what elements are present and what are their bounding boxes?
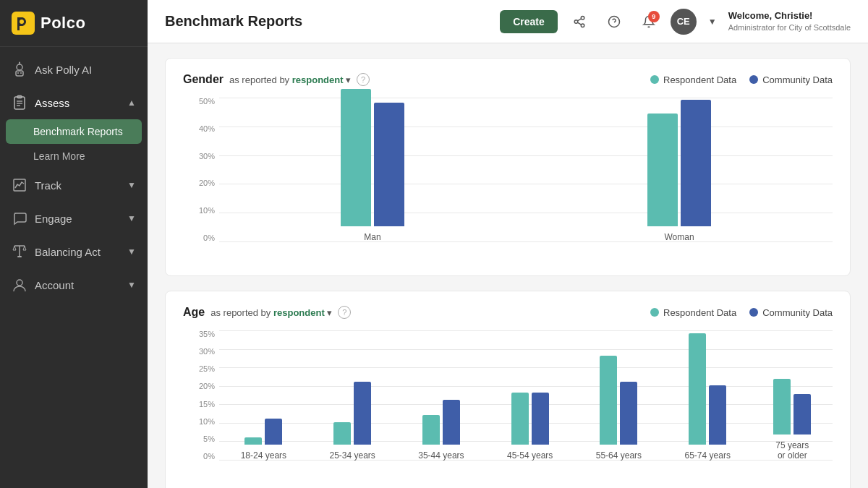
age-65-74-label: 65-74 years [685,450,731,461]
svg-point-2 [17,64,22,70]
account-chevron-icon: ▼ [127,280,136,290]
y-label-10: 10% [183,207,215,215]
sidebar-item-benchmark-reports[interactable]: Benchmark Reports [6,119,142,144]
age-18-24-label: 18-24 years [241,450,286,461]
content-area: Gender as reported by respondent ▾ ? Res… [148,43,868,488]
logo-text: Polco [41,14,85,33]
logo[interactable]: Polco [0,0,148,47]
svg-point-18 [581,16,584,20]
gender-legend: Respondent Data Community Data [650,74,833,85]
age-bar-75-plus: 75 yearsor older [773,379,811,461]
gender-filter-link[interactable]: respondent [292,74,344,85]
sidebar-item-ask-polly-ai[interactable]: Ask Polly AI [0,53,148,86]
gender-y-axis: 0% 10% 20% 30% 40% 50% [183,98,215,242]
age-45-54-label: 45-54 years [507,450,553,461]
y-label-30: 30% [183,153,215,160]
age-bar-45-54-row [511,393,549,445]
age-bar-25-34-row [333,382,371,445]
y-label-50: 50% [183,98,215,106]
age-chart-title: Age [183,306,205,319]
y-label-40: 40% [183,125,215,133]
user-welcome: Welcome, Christie! [728,10,851,22]
age-25-34-community-bar [354,382,371,445]
sidebar-item-track[interactable]: Track ▼ [0,168,148,202]
header: Benchmark Reports Create 9 CE ▼ Welcome,… [148,0,868,43]
man-respondent-bar [341,89,371,226]
respondent-legend-item: Respondent Data [650,74,736,85]
age-y-5: 5% [183,435,215,443]
age-bar-45-54: 45-54 years [507,393,553,461]
sidebar-item-engage-label: Engage [35,213,72,225]
age-y-10: 10% [183,418,215,426]
respondent-legend-label: Respondent Data [663,74,736,85]
age-bar-25-34: 25-34 years [329,382,375,461]
user-dropdown-button[interactable]: ▼ [705,17,720,27]
create-button[interactable]: Create [500,10,558,33]
main-content: Benchmark Reports Create 9 CE ▼ Welcome,… [148,0,868,488]
sidebar-item-account-label: Account [35,279,74,291]
age-community-legend-item: Community Data [749,307,833,318]
user-avatar[interactable]: CE [671,9,697,35]
gender-chart-area: 0% 10% 20% 30% 40% 50% [183,98,833,264]
woman-respondent-bar [647,114,678,226]
share-icon [573,15,586,28]
age-chart-header: Age as reported by respondent ▾ ? Respon… [183,306,833,319]
age-y-15: 15% [183,401,215,408]
age-y-30: 30% [183,348,215,356]
help-button[interactable] [601,9,627,35]
gender-chart-subtitle: as reported by respondent ▾ [229,74,351,85]
age-bars-container: 18-24 years 25-34 years [219,330,833,461]
svg-point-7 [19,62,20,64]
age-18-24-community-bar [265,419,282,445]
sidebar-item-assess[interactable]: Assess ▲ [0,86,148,119]
gender-bars-container: Man Woman [219,98,833,242]
polco-logo-icon [12,12,35,35]
gender-chart-header: Gender as reported by respondent ▾ ? Res… [183,73,833,86]
age-bar-35-44-row [422,400,460,445]
svg-point-5 [20,72,22,74]
age-bar-18-24: 18-24 years [241,419,286,461]
woman-label: Woman [664,232,694,242]
user-role: Administrator for City of Scottsdale [728,22,851,33]
age-y-35: 35% [183,330,215,338]
notifications-button[interactable]: 9 [636,9,662,35]
age-bar-55-64-row [600,356,637,445]
sidebar-item-track-label: Track [35,179,61,192]
help-icon [608,15,621,28]
svg-point-20 [581,24,584,27]
age-respondent-legend-dot [650,308,659,317]
age-55-64-label: 55-64 years [596,450,642,461]
svg-rect-16 [17,256,22,257]
age-bar-65-74-row [689,333,726,445]
age-75-plus-label: 75 yearsor older [775,440,809,461]
sidebar-item-engage[interactable]: Engage ▼ [0,202,148,235]
age-chart-title-row: Age as reported by respondent ▾ ? [183,306,351,319]
notification-badge: 9 [648,11,660,22]
user-info: Welcome, Christie! Administrator for Cit… [728,10,851,33]
svg-line-21 [577,22,581,25]
age-bar-55-64: 55-64 years [596,356,642,461]
sidebar-item-learn-more[interactable]: Learn More [0,144,148,168]
sidebar-item-benchmark-reports-label: Benchmark Reports [33,126,123,137]
age-filter-link[interactable]: respondent [273,307,325,318]
age-45-54-community-bar [532,393,549,445]
sidebar-item-account[interactable]: Account ▼ [0,268,148,301]
age-25-34-respondent-bar [333,422,351,445]
svg-point-4 [17,72,19,74]
age-75-plus-community-bar [793,394,811,435]
man-community-bar [374,103,404,226]
svg-line-22 [577,18,581,20]
age-y-axis: 0% 5% 10% 15% 20% 25% 30% 35% [183,330,215,461]
gender-info-icon[interactable]: ? [357,73,370,86]
gender-bar-woman: Woman [647,100,711,242]
svg-point-19 [574,20,578,23]
share-button[interactable] [566,9,592,35]
balance-icon [12,244,27,260]
sidebar-item-balancing-act[interactable]: Balancing Act ▼ [0,235,148,268]
age-info-icon[interactable]: ? [338,306,351,319]
assess-chevron-icon: ▲ [127,98,136,108]
y-label-20: 20% [183,179,215,187]
sidebar-item-learn-more-label: Learn More [33,150,85,162]
age-y-25: 25% [183,365,215,373]
robot-icon [12,61,27,77]
